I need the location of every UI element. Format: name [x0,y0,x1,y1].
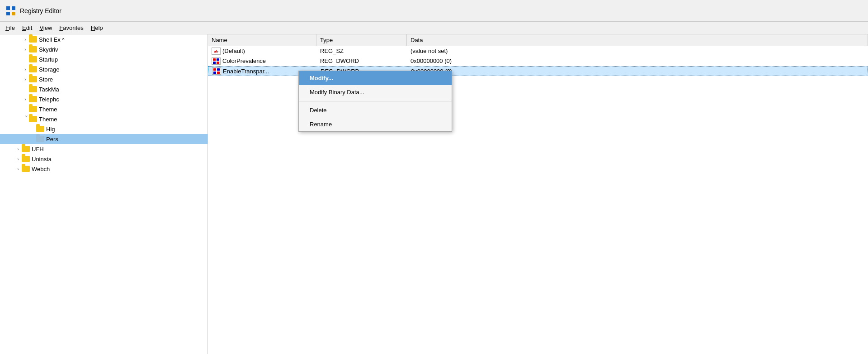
expander-themes[interactable]: › [22,115,29,123]
cell-name-default: ab (Default) [208,47,316,56]
context-menu-rename[interactable]: Rename [299,117,452,131]
folder-icon-ufh [22,146,30,152]
main-content: › Shell Ex ^ › Skydriv › Startup › Stora… [0,34,868,354]
folder-icon-shell-ex [29,36,37,43]
tree-item-telephc[interactable]: › Telephc [0,94,208,104]
context-menu-delete[interactable]: Delete [299,103,452,117]
context-menu: Modify... Modify Binary Data... Delete R… [298,71,452,132]
value-row-colorprevalence[interactable]: ColorPrevalence REG_DWORD 0x00000000 (0) [208,56,868,66]
svg-rect-3 [12,12,15,15]
tree-label-skydriv: Skydriv [39,46,58,53]
tree-label-startup: Startup [39,56,58,63]
tree-item-webch[interactable]: › Webch [0,164,208,174]
svg-rect-8 [213,68,216,71]
expander-shell-ex[interactable]: › [22,36,29,43]
svg-rect-9 [217,68,220,71]
menu-favorites[interactable]: Favorites [56,23,87,33]
reg-icon-dword-colorprevalence [212,57,221,65]
cell-data-default: (value not set) [407,47,868,55]
tree-item-storage[interactable]: › Storage [0,64,208,74]
folder-icon-storage [29,66,37,72]
reg-icon-dword-enabletranspar [212,67,221,75]
folder-icon-skydriv [29,46,37,53]
menu-edit[interactable]: Edit [19,23,36,33]
cell-type-colorprevalence: REG_DWORD [316,57,407,65]
expander-ufh[interactable]: › [14,145,22,153]
tree-label-storage: Storage [39,66,60,73]
tree-label-uninsta: Uninsta [32,156,52,163]
col-header-type: Type [316,34,407,46]
tree-item-ufh[interactable]: › UFH [0,144,208,154]
svg-rect-11 [217,72,220,74]
expander-store[interactable]: › [22,76,29,83]
value-row-default[interactable]: ab (Default) REG_SZ (value not set) [208,46,868,56]
tree-panel: › Shell Ex ^ › Skydriv › Startup › Stora… [0,34,208,354]
tree-label-themes: Theme [39,116,57,123]
folder-icon-store [29,76,37,82]
app-icon [5,5,16,16]
label-enabletranspar: EnableTranspar... [223,68,269,75]
values-header: Name Type Data [208,34,868,46]
app-title: Registry Editor [20,7,61,14]
menu-bar: File Edit View Favorites Help [0,22,868,34]
tree-label-telephc: Telephc [39,96,59,103]
expander-webch[interactable]: › [14,165,22,172]
menu-file[interactable]: File [2,23,19,33]
tree-label-shell-ex: Shell Ex ^ [39,36,64,43]
svg-rect-2 [12,6,15,10]
values-panel: Name Type Data ab (Default) REG_SZ (valu… [208,34,868,354]
menu-view[interactable]: View [36,23,56,33]
svg-rect-0 [6,6,10,10]
svg-rect-5 [217,58,219,61]
expander-telephc[interactable]: › [22,96,29,103]
cell-data-colorprevalence: 0x00000000 (0) [407,57,868,65]
folder-icon-taskma [29,86,37,92]
tree-item-taskma[interactable]: › TaskMa [0,84,208,94]
tree-item-uninsta[interactable]: › Uninsta [0,154,208,164]
label-colorprevalence: ColorPrevalence [222,57,266,64]
tree-label-store: Store [39,76,53,83]
expander-uninsta[interactable]: › [14,155,22,163]
folder-icon-hig [36,126,44,132]
tree-label-taskma: TaskMa [39,86,59,93]
expander-skydriv[interactable]: › [22,46,29,53]
tree-label-pers: Pers [46,136,58,143]
svg-rect-10 [213,72,216,74]
tree-item-startup[interactable]: › Startup [0,54,208,64]
svg-rect-7 [217,62,219,64]
label-default: (Default) [222,48,245,54]
col-header-data: Data [407,34,868,46]
tree-item-themes[interactable]: › Theme [0,114,208,124]
tree-item-theme1[interactable]: › Theme [0,104,208,114]
tree-item-shell-ex[interactable]: › Shell Ex ^ [0,34,208,44]
expander-storage[interactable]: › [22,66,29,73]
folder-icon-telephc [29,96,37,102]
svg-rect-6 [213,62,216,64]
tree-label-theme1: Theme [39,106,57,113]
title-bar: Registry Editor [0,0,868,22]
folder-icon-uninsta [22,156,30,162]
tree-item-hig[interactable]: › Hig [0,124,208,134]
folder-icon-pers [36,136,44,142]
tree-label-hig: Hig [46,126,55,133]
context-menu-modify[interactable]: Modify... [299,71,452,85]
menu-help[interactable]: Help [87,23,107,33]
folder-icon-themes [29,116,37,122]
svg-rect-4 [213,58,216,61]
cell-type-default: REG_SZ [316,47,407,55]
folder-icon-theme1 [29,106,37,112]
tree-item-pers[interactable]: › Pers [0,134,208,144]
cell-data-enabletranspar: 0x00000000 (0) [407,67,868,76]
tree-item-store[interactable]: › Store [0,74,208,84]
reg-icon-ab-default: ab [212,48,221,55]
context-menu-separator [299,101,452,101]
col-header-name: Name [208,34,316,46]
cell-name-colorprevalence: ColorPrevalence [208,57,316,66]
tree-item-skydriv[interactable]: › Skydriv [0,44,208,54]
tree-label-ufh: UFH [32,146,44,153]
context-menu-modify-binary[interactable]: Modify Binary Data... [299,85,452,99]
tree-label-webch: Webch [32,166,50,172]
folder-icon-webch [22,166,30,172]
folder-icon-startup [29,56,37,62]
svg-rect-1 [6,12,10,15]
